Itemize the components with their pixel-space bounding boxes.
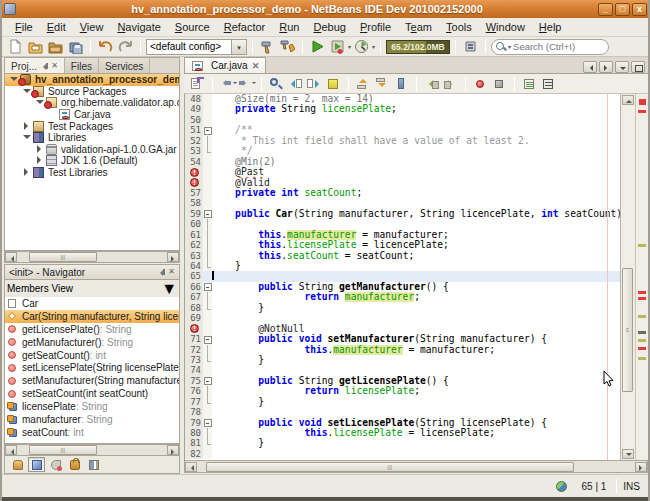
shift-line-left-button[interactable] [423,76,440,92]
editor-code-lines[interactable]: 48 @Size(min = 2, max = 14)49 private St… [184,94,648,460]
scroll-up-button[interactable] [622,95,634,105]
stripe-mark-red[interactable] [638,110,646,113]
code-line-67[interactable]: 67 return manufacturer; [185,292,648,302]
menu-refactor[interactable]: Refactor [217,19,273,35]
error-gutter-icon[interactable]: ! [185,178,203,188]
fold-toggle-icon[interactable] [203,418,212,428]
menu-tools[interactable]: Tools [439,19,479,35]
scroll-left-button[interactable] [5,252,17,262]
tree-node-libraries[interactable]: Libraries [5,132,179,144]
tab-files[interactable]: Files [65,58,99,73]
tab-services[interactable]: Services [99,58,150,73]
projects-tree[interactable]: hv_annotation_processor_demoSource Packa… [4,73,180,251]
chevron-down-icon[interactable]: ▾ [508,43,511,50]
stripe-mark-olive[interactable] [638,339,646,342]
sort-by-name-filter-button[interactable] [85,457,102,472]
forward-button[interactable] [238,76,255,92]
scroll-right-button[interactable] [635,462,647,472]
stripe-mark-red[interactable] [638,297,646,300]
code-line-65[interactable]: 65 [185,271,648,281]
collapse-icon[interactable] [9,75,18,84]
code-line-75[interactable]: 75 public String getLicensePlate() { [185,376,648,386]
redo-button[interactable] [116,38,135,55]
navigator-view-combo[interactable]: Members View ▼ [4,280,180,297]
chevron-down-icon[interactable]: ▼ [161,281,177,297]
config-value[interactable]: <default config> [146,39,232,55]
menu-window[interactable]: Window [479,19,532,35]
stripe-mark-red[interactable] [638,291,646,294]
code-line-71[interactable]: 71 public void setManufacturer(String ma… [185,334,648,344]
menu-debug[interactable]: Debug [306,19,352,35]
minimize-panel-icon[interactable] [40,62,48,70]
code-line-50[interactable]: 50 [185,115,648,125]
show-inherited-members-filter-button[interactable] [9,457,26,472]
fold-toggle-icon[interactable] [203,282,212,292]
code-line-61[interactable]: 61 this.manufacturer = manufacturer; [185,230,648,240]
editor-hscrollbar[interactable]: ||| [184,460,648,473]
error-gutter-icon[interactable]: ! [185,167,203,177]
code-line-53[interactable]: 53 */ [185,146,648,156]
stripe-mark-red[interactable] [639,99,646,105]
navigator-item-licenseplate[interactable]: licensePlate : String [5,400,179,413]
code-line-59[interactable]: 59 public Car(String manufacturer, Strin… [185,209,648,219]
code-line-73[interactable]: 73 } [185,355,648,365]
show-fields-filter-button[interactable] [28,457,45,472]
scroll-right-button[interactable] [167,445,179,455]
code-line-78[interactable]: 78 [185,407,648,417]
collapse-icon[interactable] [35,98,44,107]
menu-team[interactable]: Team [398,19,439,35]
maximize-editor-button[interactable] [631,61,645,73]
memory-meter[interactable]: 65.2/102.0MB [386,40,450,54]
profile-button[interactable] [352,38,371,55]
close-panel-icon[interactable]: ✕ [51,62,58,70]
menu-run[interactable]: Run [272,19,306,35]
config-combobox[interactable]: <default config>▾ [146,39,247,55]
garbage-collect-button[interactable] [461,38,480,55]
menu-file[interactable]: File [8,19,40,35]
open-project-button[interactable] [46,38,65,55]
collapse-icon[interactable] [22,133,31,142]
navigator-hscrollbar[interactable]: ||| [4,444,180,456]
menu-source[interactable]: Source [168,19,217,35]
find-next-button[interactable] [306,76,323,92]
fold-toggle-icon[interactable] [203,125,212,135]
error-stripe[interactable] [635,94,648,460]
tree-node-source-packages[interactable]: Source Packages [5,86,179,98]
navigator-item-setmanufacturer-string-manufac[interactable]: setManufacturer(String manufacturer) [5,374,179,387]
code-line-58[interactable]: 58 [185,198,648,208]
chevron-down-icon[interactable]: ▾ [372,43,375,50]
code-line-80[interactable]: 80 this.licensePlate = licensePlate; [185,428,648,438]
editor-tab-car-java[interactable]: Car.java ✕ [184,57,266,73]
tree-node-test-packages[interactable]: Test Packages [5,120,179,132]
scroll-down-button[interactable] [622,449,634,459]
close-panel-icon[interactable]: ✕ [168,268,175,276]
tree-node-jdk-1-6-default-[interactable]: JDK 1.6 (Default) [5,155,179,167]
scroll-left-button[interactable] [5,445,17,455]
search-icon[interactable] [496,42,506,52]
navigator-item-seatcount[interactable]: seatCount : int [5,426,179,439]
code-line-63[interactable]: 63 this.seatCount = seatCount; [185,251,648,261]
code-line-56[interactable]: ! @Valid [185,178,648,188]
code-line-48[interactable]: 48 @Size(min = 2, max = 14) [185,94,648,104]
new-project-button[interactable] [26,38,45,55]
back-button[interactable] [219,76,236,92]
navigator-view-value[interactable]: Members View [7,281,161,297]
debug-button[interactable] [328,38,347,55]
last-edit-button[interactable] [189,76,206,92]
tab-list-dropdown-button[interactable] [615,61,629,73]
tree-node-org-hibernate-validator-ap-dem[interactable]: org.hibernate.validator.ap.demo [5,97,179,109]
navigator-item-car-string-manufacturer-string[interactable]: Car(String manufacturer, String licenceP… [5,310,179,323]
tree-node-test-libraries[interactable]: Test Libraries [5,167,179,179]
code-line-52[interactable]: 52 * This int field shall have a value o… [185,136,648,146]
code-line-79[interactable]: 79 public void setLicensePlate(String li… [185,418,648,428]
code-line-49[interactable]: 49 private String licensePlate; [185,104,648,114]
menu-edit[interactable]: Edit [40,19,73,35]
expand-icon[interactable] [35,156,44,165]
build-button[interactable] [258,38,277,55]
show-static-members-filter-button[interactable] [47,457,64,472]
comment-button[interactable] [521,76,538,92]
navigator-item-getlicenseplate-[interactable]: getLicensePlate() : String [5,323,179,336]
scroll-left-button[interactable] [185,462,197,472]
expand-icon[interactable] [22,168,31,177]
fold-toggle-icon[interactable] [203,209,212,219]
